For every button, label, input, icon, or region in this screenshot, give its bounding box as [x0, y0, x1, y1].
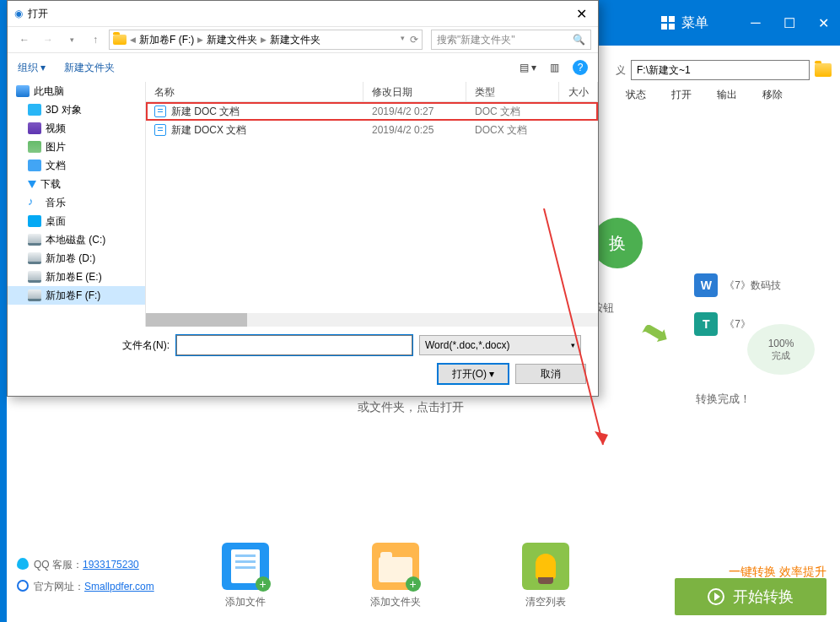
crumb[interactable]: 新建文件夹 — [270, 33, 320, 47]
filename-input[interactable] — [176, 335, 412, 355]
sidebar-item-label: 文档 — [46, 159, 66, 173]
add-file-label: 添加文件 — [225, 595, 266, 609]
nav-back-button[interactable]: ← — [14, 30, 35, 50]
new-folder-button[interactable]: 新建文件夹 — [64, 61, 115, 75]
file-row[interactable]: 新建 DOCX 文档2019/4/2 0:25DOCX 文档 — [146, 121, 598, 139]
output-path-input[interactable] — [631, 60, 810, 80]
search-icon: 🔍 — [573, 34, 585, 46]
sidebar-item[interactable]: 新加卷F (F:) — [8, 286, 145, 305]
search-input[interactable]: 搜索"新建文件夹" 🔍 — [431, 30, 591, 50]
cancel-button[interactable]: 取消 — [515, 364, 586, 384]
sidebar-item[interactable]: 新加卷E (E:) — [8, 268, 145, 286]
qq-label: QQ 客服： — [34, 559, 83, 571]
file-widget-label: 《7》数码技 — [724, 279, 781, 293]
complete-badge: 100% 完成 — [747, 324, 815, 375]
nav-forward-button[interactable]: → — [38, 30, 58, 50]
col-remove: 移除 — [762, 88, 783, 110]
horizontal-scrollbar[interactable] — [146, 313, 598, 327]
qq-link[interactable]: 1933175230 — [83, 559, 139, 571]
pc-icon — [16, 85, 30, 97]
nav-recent-button[interactable]: ▾ — [62, 30, 82, 50]
clear-list-button[interactable]: 清空列表 — [522, 543, 569, 609]
disk-icon — [28, 234, 41, 246]
sidebar-item[interactable]: 图片 — [8, 138, 145, 156]
sidebar-item[interactable]: 3D 对象 — [8, 100, 145, 119]
col-output: 输出 — [717, 88, 737, 110]
close-button[interactable]: ✕ — [806, 0, 840, 46]
file-type: DOC 文档 — [466, 105, 559, 119]
crumb[interactable]: 新加卷F (F:)▶ — [139, 33, 203, 47]
col-size[interactable]: 大小 — [559, 82, 598, 101]
refresh-icon[interactable]: ⟳ — [410, 34, 418, 46]
sidebar-item[interactable]: 新加卷 (D:) — [8, 249, 145, 268]
browse-folder-icon[interactable] — [815, 63, 832, 77]
maximize-button[interactable]: ☐ — [773, 0, 806, 46]
nav-up-button[interactable]: ↑ — [85, 30, 105, 50]
col-status: 状态 — [626, 88, 646, 110]
start-convert-button[interactable]: 开始转换 — [675, 578, 827, 615]
add-file-button[interactable]: 添加文件 — [222, 543, 269, 609]
filter-label: Word(*.doc,*.docx) — [425, 339, 509, 351]
sidebar-item-label: 新加卷 (D:) — [46, 252, 95, 266]
sidebar-item[interactable]: 下载 — [8, 175, 145, 193]
folder-icon — [113, 35, 127, 45]
sidebar-item-label: 视频 — [46, 122, 66, 136]
file-widget-label: 《7》 — [724, 317, 751, 332]
sidebar-item-label: 图片 — [46, 140, 66, 154]
minimize-button[interactable]: ─ — [739, 0, 773, 46]
doc-icon — [154, 105, 166, 117]
left-strip — [0, 46, 7, 622]
open-button[interactable]: 打开(O) ▾ — [438, 364, 509, 384]
site-label: 官方网址： — [34, 581, 84, 592]
sidebar-item[interactable]: 文档 — [8, 156, 145, 175]
sidebar-tree[interactable]: 此电脑3D 对象视频图片文档下载♪音乐桌面本地磁盘 (C:)新加卷 (D:)新加… — [8, 82, 146, 327]
sidebar-item[interactable]: 本地磁盘 (C:) — [8, 230, 145, 249]
help-icon[interactable]: ? — [573, 60, 588, 75]
file-row[interactable]: 新建 DOC 文档2019/4/2 0:27DOC 文档 — [146, 102, 598, 121]
site-link[interactable]: Smallpdfer.com — [84, 581, 154, 592]
sidebar-item-label: 本地磁盘 (C:) — [46, 233, 105, 247]
file-name: 新建 DOC 文档 — [171, 105, 240, 119]
dialog-titlebar: ◉ 打开 ✕ — [8, 1, 598, 26]
file-widget: W 《7》数码技 — [694, 273, 781, 297]
sidebar-item-label: 新加卷E (E:) — [46, 270, 102, 284]
word-icon: W — [694, 273, 718, 297]
organize-menu[interactable]: 组织 ▾ — [18, 61, 46, 75]
qq-icon — [17, 558, 29, 570]
view-mode-button[interactable]: ▤ ▾ — [520, 62, 536, 73]
menu-label[interactable]: 菜单 — [681, 14, 708, 32]
col-name[interactable]: 名称 — [146, 82, 363, 101]
col-type[interactable]: 类型 — [466, 82, 559, 101]
file-list-header: 名称 修改日期 类型 大小 — [146, 82, 598, 102]
add-file-icon — [222, 543, 269, 590]
download-icon — [28, 181, 36, 191]
add-folder-label: 添加文件夹 — [370, 595, 421, 609]
col-date[interactable]: 修改日期 — [363, 82, 466, 101]
col-open: 打开 — [671, 88, 692, 110]
doc-icon — [154, 124, 166, 136]
sidebar-item[interactable]: ♪音乐 — [8, 193, 145, 212]
preview-pane-button[interactable]: ▥ — [550, 62, 559, 73]
file-type-filter[interactable]: Word(*.doc,*.docx) ▾ — [419, 335, 581, 355]
add-folder-icon — [372, 543, 419, 590]
dialog-close-button[interactable]: ✕ — [564, 2, 598, 25]
file-date: 2019/4/2 0:27 — [363, 105, 466, 117]
clear-label: 清空列表 — [525, 595, 566, 609]
dialog-nav: ← → ▾ ↑ ◀ 新加卷F (F:)▶ 新建文件夹▶ 新建文件夹 ▾⟳ 搜索"… — [8, 26, 598, 53]
play-icon — [708, 588, 724, 605]
dialog-footer: 文件名(N): Word(*.doc,*.docx) ▾ 打开(O) ▾ 取消 — [8, 327, 598, 392]
dialog-title: 打开 — [28, 7, 48, 21]
text-icon: T — [694, 312, 718, 336]
doc-icon — [28, 160, 41, 171]
disk-icon — [28, 252, 41, 264]
sidebar-item-label: 新加卷F (F:) — [46, 289, 100, 303]
file-type: DOCX 文档 — [466, 123, 559, 138]
breadcrumb-path[interactable]: ◀ 新加卷F (F:)▶ 新建文件夹▶ 新建文件夹 ▾⟳ — [109, 30, 423, 50]
sidebar-item[interactable]: 此电脑 — [8, 82, 145, 100]
crumb[interactable]: 新建文件夹▶ — [207, 33, 267, 47]
start-label: 开始转换 — [733, 587, 794, 607]
sidebar-item[interactable]: 桌面 — [8, 212, 145, 230]
add-folder-button[interactable]: 添加文件夹 — [370, 543, 421, 609]
disk-icon — [28, 289, 41, 301]
sidebar-item[interactable]: 视频 — [8, 119, 145, 138]
